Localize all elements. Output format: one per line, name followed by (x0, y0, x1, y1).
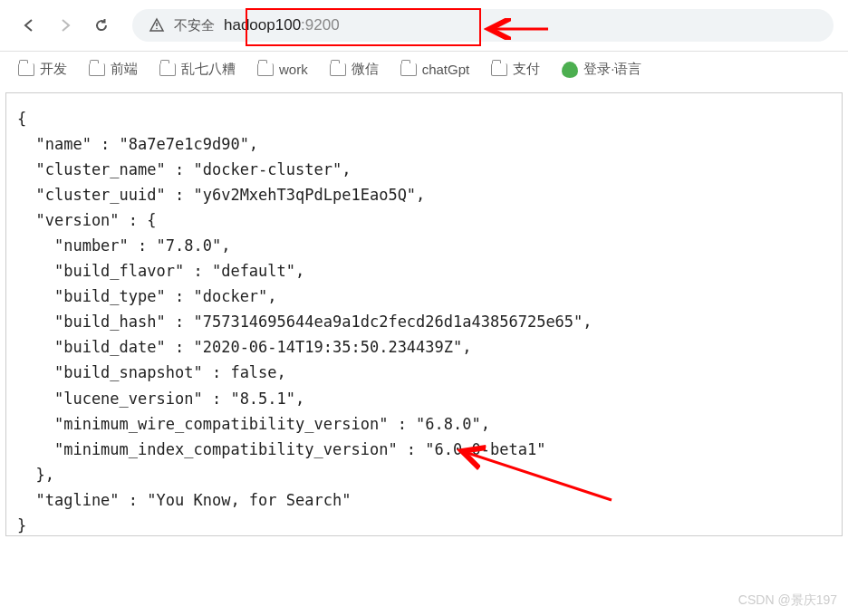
bookmark-label: chatGpt (422, 62, 470, 77)
folder-icon (257, 63, 274, 76)
folder-icon (18, 63, 34, 76)
bookmark-label: 乱七八糟 (181, 61, 236, 78)
extension-icon (562, 62, 578, 78)
svg-point-1 (156, 28, 158, 30)
bookmark-wechat[interactable]: 微信 (330, 61, 379, 78)
bookmark-pay[interactable]: 支付 (491, 61, 540, 78)
address-bar[interactable]: 不安全 hadoop100:9200 (132, 9, 834, 42)
watermark: CSDN @景庆197 (738, 592, 837, 609)
url-port: :9200 (301, 16, 340, 34)
json-response: { "name" : "8a7e7e1c9d90", "cluster_name… (17, 106, 831, 538)
folder-icon (159, 63, 176, 76)
bookmark-label: 前端 (111, 61, 138, 78)
bookmark-label: 微信 (352, 61, 379, 78)
folder-icon (330, 63, 346, 76)
back-button[interactable] (14, 11, 43, 40)
bookmark-chatgpt[interactable]: chatGpt (400, 62, 470, 77)
folder-icon (491, 63, 507, 76)
url-text: hadoop100:9200 (224, 16, 340, 34)
bookmark-dev[interactable]: 开发 (18, 61, 67, 78)
browser-toolbar: 不安全 hadoop100:9200 (0, 0, 848, 52)
bookmark-extension[interactable]: 登录·语言 (562, 61, 641, 78)
folder-icon (89, 63, 105, 76)
bookmark-frontend[interactable]: 前端 (89, 61, 138, 78)
bookmark-label: 支付 (513, 61, 540, 78)
bookmark-work[interactable]: work (257, 62, 308, 77)
folder-icon (400, 63, 417, 76)
bookmark-misc[interactable]: 乱七八糟 (159, 61, 236, 78)
bookmarks-bar: 开发 前端 乱七八糟 work 微信 chatGpt 支付 登录·语言 (0, 52, 848, 87)
not-secure-label: 不安全 (174, 17, 215, 34)
bookmark-label: 开发 (40, 61, 67, 78)
warning-icon (149, 17, 165, 34)
bookmark-label: 登录·语言 (583, 61, 641, 78)
bookmark-label: work (279, 62, 308, 77)
reload-button[interactable] (87, 11, 116, 40)
forward-button[interactable] (51, 11, 80, 40)
url-host: hadoop100 (224, 16, 301, 34)
page-content: { "name" : "8a7e7e1c9d90", "cluster_name… (5, 92, 843, 536)
